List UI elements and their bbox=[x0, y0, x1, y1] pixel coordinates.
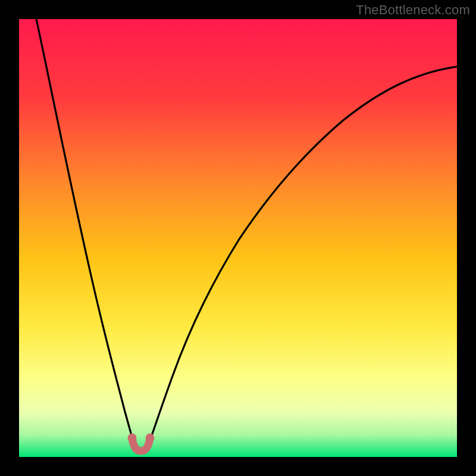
gradient-background bbox=[19, 19, 457, 457]
marker-dot-left bbox=[128, 434, 137, 443]
chart-svg bbox=[19, 19, 457, 457]
chart-frame: TheBottleneck.com bbox=[0, 0, 476, 476]
watermark-text: TheBottleneck.com bbox=[356, 2, 470, 18]
marker-dot-right bbox=[146, 434, 155, 443]
plot-area bbox=[19, 19, 457, 457]
